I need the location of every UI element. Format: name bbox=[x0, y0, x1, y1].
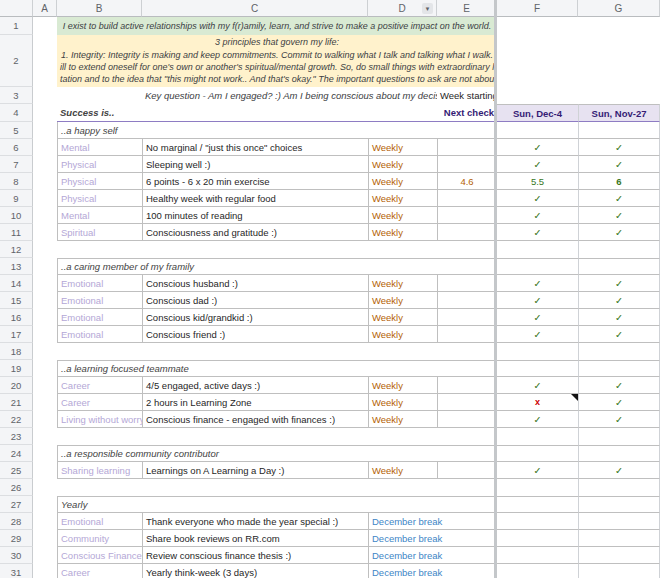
cell-F27[interactable] bbox=[497, 496, 578, 513]
cell-B21[interactable]: Career bbox=[57, 394, 142, 411]
row-header-19[interactable]: 19 bbox=[0, 360, 33, 377]
cell-C30[interactable]: Review conscious finance thesis :) bbox=[142, 547, 368, 564]
cell-G19[interactable] bbox=[578, 360, 660, 377]
cell-G31[interactable] bbox=[578, 564, 660, 578]
cell-A26[interactable] bbox=[33, 479, 57, 496]
cell-D22[interactable]: Weekly bbox=[368, 411, 437, 428]
cell-E16[interactable] bbox=[437, 309, 497, 326]
cell-F24[interactable] bbox=[497, 445, 578, 462]
cell-A7[interactable] bbox=[33, 156, 57, 173]
cell-B30[interactable]: Conscious Finances bbox=[57, 547, 142, 564]
cell-A24[interactable] bbox=[33, 445, 57, 462]
cell-A10[interactable] bbox=[33, 207, 57, 224]
cell-B11[interactable]: Spiritual bbox=[57, 224, 142, 241]
section-title-community-contributor[interactable]: ..a responsible community contributor bbox=[57, 445, 497, 462]
cell-D11[interactable]: Weekly bbox=[368, 224, 437, 241]
cell-G28[interactable] bbox=[578, 513, 660, 530]
row-header-10[interactable]: 10 bbox=[0, 207, 33, 224]
cell-A22[interactable] bbox=[33, 411, 57, 428]
row-header-2[interactable]: 2 bbox=[0, 35, 33, 87]
column-header-d[interactable]: D▼ bbox=[368, 0, 437, 17]
cell-G11[interactable]: ✓ bbox=[578, 224, 660, 241]
cell-G9[interactable]: ✓ bbox=[578, 190, 660, 207]
cell-E25[interactable] bbox=[437, 462, 497, 479]
cell-E10[interactable] bbox=[437, 207, 497, 224]
cell-C6[interactable]: No marginal / "just this once" choices bbox=[142, 139, 368, 156]
row-header-26[interactable]: 26 bbox=[0, 479, 33, 496]
cell-A2[interactable] bbox=[33, 35, 57, 87]
cell-A1[interactable] bbox=[33, 17, 57, 35]
cell-A6[interactable] bbox=[33, 139, 57, 156]
cell-E4[interactable]: Next check bbox=[437, 104, 497, 122]
cell-A16[interactable] bbox=[33, 309, 57, 326]
note-marker[interactable] bbox=[571, 394, 578, 401]
row-header-8[interactable]: 8 bbox=[0, 173, 33, 190]
cell-A12[interactable] bbox=[33, 241, 57, 258]
row-header-4[interactable]: 4 bbox=[0, 104, 33, 122]
cell-D6[interactable]: Weekly bbox=[368, 139, 437, 156]
cell-A28[interactable] bbox=[33, 513, 57, 530]
cell-G6[interactable]: ✓ bbox=[578, 139, 660, 156]
cell-D31[interactable]: December break bbox=[368, 564, 497, 578]
cell-C9[interactable]: Healthy week with regular food bbox=[142, 190, 368, 207]
cell-C8[interactable]: 6 points - 6 x 20 min exercise bbox=[142, 173, 368, 190]
cell-F5[interactable] bbox=[497, 122, 578, 139]
row-header-27[interactable]: 27 bbox=[0, 496, 33, 513]
cell-B14[interactable]: Emotional bbox=[57, 275, 142, 292]
cell-G18[interactable] bbox=[578, 343, 660, 360]
cell-E6[interactable] bbox=[437, 139, 497, 156]
cell-D30[interactable]: December break bbox=[368, 547, 497, 564]
row-header-18[interactable]: 18 bbox=[0, 343, 33, 360]
cell-A19[interactable] bbox=[33, 360, 57, 377]
row-header-15[interactable]: 15 bbox=[0, 292, 33, 309]
cell-A29[interactable] bbox=[33, 530, 57, 547]
purpose-banner[interactable]: I exist to build active relationships wi… bbox=[57, 17, 497, 35]
cell-F13[interactable] bbox=[497, 258, 578, 275]
cell-E7[interactable] bbox=[437, 156, 497, 173]
cell-B15[interactable]: Emotional bbox=[57, 292, 142, 309]
cell-E3[interactable]: Week starting bbox=[437, 87, 497, 104]
cell-G12[interactable] bbox=[578, 241, 660, 258]
corner-cell[interactable] bbox=[0, 0, 33, 17]
cell-C10[interactable]: 100 minutes of reading bbox=[142, 207, 368, 224]
cell-D8[interactable]: Weekly bbox=[368, 173, 437, 190]
section-title-happy-self[interactable]: ..a happy self bbox=[57, 122, 497, 139]
cell-F15[interactable]: ✓ bbox=[497, 292, 578, 309]
cell-A18[interactable] bbox=[33, 343, 57, 360]
cell-B31[interactable]: Career bbox=[57, 564, 142, 578]
cell-D7[interactable]: Weekly bbox=[368, 156, 437, 173]
cell-F21[interactable]: x bbox=[497, 394, 578, 411]
cell-F28[interactable] bbox=[497, 513, 578, 530]
cell-C22[interactable]: Conscious finance - engaged with finance… bbox=[142, 411, 368, 428]
cell-C20[interactable]: 4/5 engaged, active days :) bbox=[142, 377, 368, 394]
cell-A21[interactable] bbox=[33, 394, 57, 411]
cell-F16[interactable]: ✓ bbox=[497, 309, 578, 326]
cell-A23[interactable] bbox=[33, 428, 57, 445]
cell-A14[interactable] bbox=[33, 275, 57, 292]
cell-G22[interactable]: ✓ bbox=[578, 411, 660, 428]
cell-B22[interactable]: Living without worry bbox=[57, 411, 142, 428]
cell-D28[interactable]: December break bbox=[368, 513, 497, 530]
frozen-pane-divider[interactable] bbox=[494, 0, 497, 578]
cell-C11[interactable]: Consciousness and gratitude :) bbox=[142, 224, 368, 241]
cell-F6[interactable]: ✓ bbox=[497, 139, 578, 156]
cell-F11[interactable]: ✓ bbox=[497, 224, 578, 241]
cell-G23[interactable] bbox=[578, 428, 660, 445]
row-header-22[interactable]: 22 bbox=[0, 411, 33, 428]
cell-E14[interactable] bbox=[437, 275, 497, 292]
cell-G24[interactable] bbox=[578, 445, 660, 462]
cell-A5[interactable] bbox=[33, 122, 57, 139]
key-question-note[interactable]: Key question - Am I engaged? :) Am I bei… bbox=[142, 87, 437, 104]
cell-B10[interactable]: Mental bbox=[57, 207, 142, 224]
cell-B25[interactable]: Sharing learning bbox=[57, 462, 142, 479]
cell-F18[interactable] bbox=[497, 343, 578, 360]
cell-A30[interactable] bbox=[33, 547, 57, 564]
cell-G21[interactable]: ✓ bbox=[578, 394, 660, 411]
row-header-24[interactable]: 24 bbox=[0, 445, 33, 462]
cell-G26[interactable] bbox=[578, 479, 660, 496]
cell-C31[interactable]: Yearly think-week (3 days) bbox=[142, 564, 368, 578]
cell-F4[interactable]: Sun, Dec-4 bbox=[497, 104, 578, 122]
cell-B20[interactable]: Career bbox=[57, 377, 142, 394]
cell-D4[interactable] bbox=[368, 104, 437, 122]
cell-A4[interactable] bbox=[33, 104, 57, 122]
